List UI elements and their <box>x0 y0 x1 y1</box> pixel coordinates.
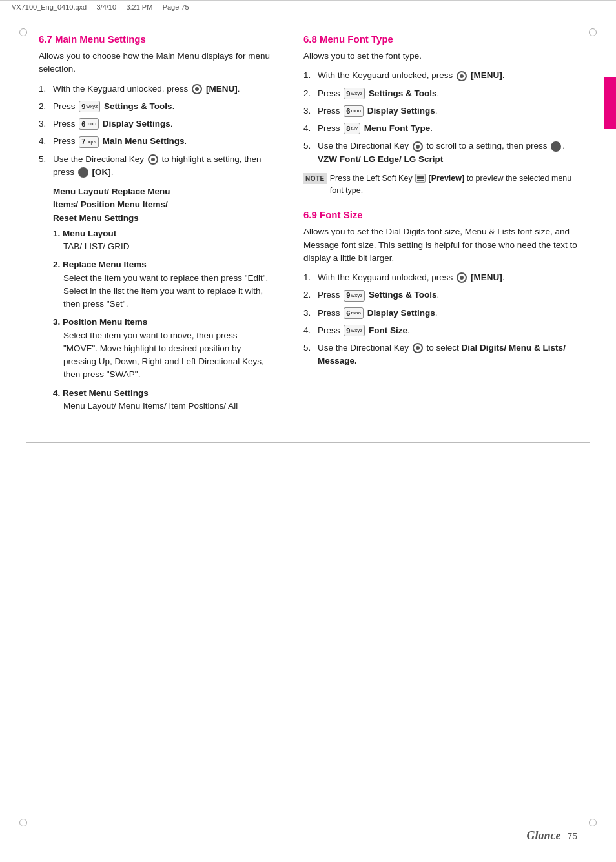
sub-section-67-title: Menu Layout/ Replace MenuItems/ Position… <box>53 185 271 225</box>
step-67-2: 2. Press 9wxyz Settings & Tools. <box>39 100 271 113</box>
nav-circle-69-1 <box>457 272 467 283</box>
section-67-steps: 1. With the Keyguard unlocked, press [ME… <box>39 83 271 180</box>
header-page-num: 75 <box>181 3 189 11</box>
directional-key-icon <box>148 154 158 165</box>
step-68-4: 4. Press 8tuv Menu Font Type. <box>303 122 584 135</box>
step-67-4: 4. Press 7pqrs Main Menu Settings. <box>39 135 271 148</box>
step-67-3: 3. Press 6mno Display Settings. <box>39 118 271 130</box>
step-69-2: 2. Press 9wxyz Settings & Tools. <box>303 289 584 302</box>
sub-item-3: 3. Position Menu Items Select the item y… <box>53 316 271 381</box>
step-68-5: 5. Use the Directional Key to scroll to … <box>303 139 584 166</box>
section-69-title: 6.9 Font Size <box>303 209 584 220</box>
step-69-1: 1. With the Keyguard unlocked, press [ME… <box>303 271 584 284</box>
section-68: 6.8 Menu Font Type Allows you to set the… <box>303 34 584 196</box>
section-67: 6.7 Main Menu Settings Allows you to cho… <box>39 34 271 413</box>
step-69-4: 4. Press 9wxyz Font Size. <box>303 324 584 337</box>
section-68-steps: 1. With the Keyguard unlocked, press [ME… <box>303 69 584 166</box>
corner-mark-bl <box>19 819 27 826</box>
key-68-8tuv: 8tuv <box>344 123 360 134</box>
footer-page: 75 <box>567 831 577 841</box>
footer-logo: Glance <box>526 829 560 843</box>
preview-key-icon <box>415 174 426 183</box>
step-67-5: 5. Use the Directional Key to highlight … <box>39 153 271 180</box>
key-9wxyz: 9wxyz <box>79 101 100 112</box>
section-68-intro: Allows you to set the font type. <box>303 50 584 63</box>
nav-circle-icon <box>192 84 202 94</box>
key-68-6mno: 6mno <box>344 105 364 117</box>
section-69-steps: 1. With the Keyguard unlocked, press [ME… <box>303 271 584 368</box>
sub-section-67: Menu Layout/ Replace MenuItems/ Position… <box>53 185 271 413</box>
nav-circle-68-5 <box>413 141 423 152</box>
key-69-9wxyz2: 9wxyz <box>344 325 365 336</box>
bottom-divider <box>26 442 590 443</box>
header-date: 3/4/10 <box>97 3 117 11</box>
note-text: Press the Left Soft Key [Preview] to pre… <box>330 172 584 197</box>
right-column: 6.8 Menu Font Type Allows you to set the… <box>291 34 584 418</box>
header-time: 3:21 PM <box>126 3 152 11</box>
ok-button-icon <box>78 167 88 178</box>
note-68: NOTE Press the Left Soft Key [Preview] t… <box>303 172 584 197</box>
pink-tab <box>604 77 616 129</box>
sub-item-4: 4. Reset Menu Settings Menu Layout/ Menu… <box>53 387 271 413</box>
section-68-title: 6.8 Menu Font Type <box>303 34 584 45</box>
header-bar: VX7100_Eng_0410.qxd 3/4/10 3:21 PM Page … <box>0 0 616 14</box>
key-7pqrs: 7pqrs <box>79 136 99 148</box>
step-69-5: 5. Use the Directional Key to select Dia… <box>303 342 584 368</box>
step-67-1: 1. With the Keyguard unlocked, press [ME… <box>39 83 271 96</box>
step-68-3: 3. Press 6mno Display Settings. <box>303 105 584 118</box>
step-69-3: 3. Press 6mno Display Settings. <box>303 307 584 320</box>
content-area: 6.7 Main Menu Settings Allows you to cho… <box>0 14 616 437</box>
corner-mark-br <box>589 819 597 826</box>
header-file-info: VX7100_Eng_0410.qxd 3/4/10 3:21 PM Page … <box>12 3 189 11</box>
corner-mark-tl <box>19 28 27 36</box>
key-68-9wxyz: 9wxyz <box>344 88 365 99</box>
header-page-label: Page <box>163 3 180 11</box>
section-69: 6.9 Font Size Allows you to set the Dial… <box>303 209 584 367</box>
step-68-1: 1. With the Keyguard unlocked, press [ME… <box>303 69 584 82</box>
note-label: NOTE <box>303 173 327 184</box>
key-6mno: 6mno <box>79 118 99 130</box>
key-69-9wxyz: 9wxyz <box>344 290 365 302</box>
ok-68-5 <box>551 141 561 152</box>
key-69-6mno: 6mno <box>344 307 364 319</box>
sub-item-1: 1. Menu Layout TAB/ LIST/ GRID <box>53 227 271 254</box>
section-67-title: 6.7 Main Menu Settings <box>39 34 271 45</box>
header-filename: VX7100_Eng_0410.qxd <box>12 3 87 11</box>
page-wrapper: VX7100_Eng_0410.qxd 3/4/10 3:21 PM Page … <box>0 0 616 862</box>
footer: Glance 75 <box>526 829 577 843</box>
left-column: 6.7 Main Menu Settings Allows you to cho… <box>39 34 291 418</box>
nav-circle-69-5 <box>413 343 423 353</box>
step-68-2: 2. Press 9wxyz Settings & Tools. <box>303 87 584 100</box>
nav-circle-68-1 <box>457 71 467 81</box>
section-67-intro: Allows you to choose how the Main Menu d… <box>39 50 271 76</box>
section-69-intro: Allows you to set the Dial Digits font s… <box>303 225 584 265</box>
sub-item-2: 2. Replace Menu Items Select the item yo… <box>53 258 271 311</box>
corner-mark-tr <box>589 28 597 36</box>
